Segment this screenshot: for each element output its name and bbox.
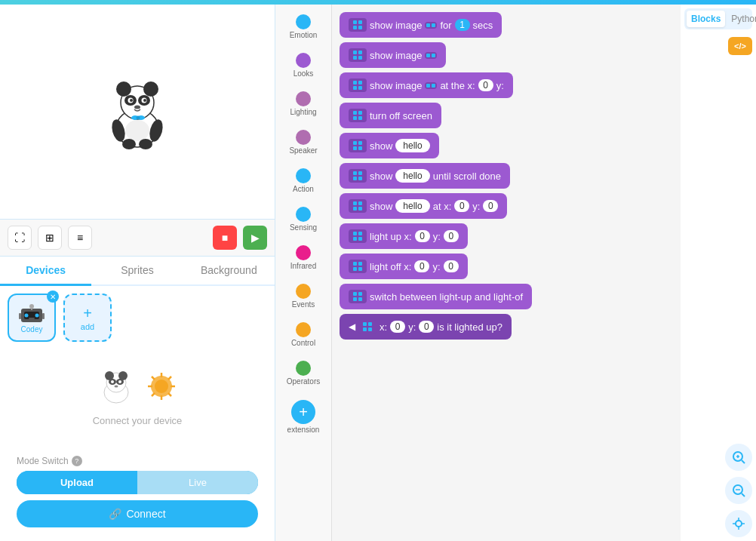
stop-btn[interactable]: ■: [213, 226, 237, 250]
cat-control-label: Control: [291, 339, 315, 347]
svg-point-8: [130, 99, 133, 102]
events-dot: [296, 284, 311, 299]
help-icon[interactable]: ?: [72, 456, 82, 466]
cat-infrared-label: Infrared: [290, 262, 316, 270]
block-is-lighted[interactable]: ◀ x: 0 y: 0 is it lighted up?: [340, 314, 512, 340]
center-icon: [732, 517, 745, 530]
svg-line-44: [168, 393, 171, 396]
preview-controls: ⛶ ⊞ ≡ ■ ▶: [0, 220, 275, 257]
svg-point-10: [134, 106, 140, 109]
blocks-tab[interactable]: Blocks: [687, 11, 725, 27]
block-icon-9: [349, 260, 367, 273]
cat-action-label: Action: [293, 185, 314, 193]
svg-line-43: [152, 377, 155, 380]
cat-operators[interactable]: Operators: [278, 355, 329, 392]
extension-plus-icon[interactable]: +: [291, 400, 315, 424]
block-turn-off-screen[interactable]: turn off screen: [340, 103, 441, 128]
cat-looks[interactable]: Looks: [278, 47, 329, 84]
svg-rect-23: [29, 318, 35, 319]
spacer: [340, 344, 673, 359]
block-show-image[interactable]: show image: [340, 42, 446, 68]
left-panel: ⛶ ⊞ ≡ ■ ▶ Devices Sprites Background ✕: [0, 5, 275, 541]
cat-events-label: Events: [292, 300, 315, 309]
block-show-image-at[interactable]: show image at the x: 0 y:: [340, 72, 513, 98]
small-panda-icon: [96, 366, 137, 407]
action-dot: [296, 168, 311, 183]
left-panel-tabs: Devices Sprites Background: [0, 257, 275, 286]
code-toggle-btn[interactable]: </>: [728, 37, 752, 55]
main-layout: ⛶ ⊞ ≡ ■ ▶ Devices Sprites Background ✕: [0, 5, 756, 541]
cat-speaker[interactable]: Speaker: [278, 124, 329, 161]
live-mode-btn[interactable]: Live: [137, 471, 258, 494]
cat-sensing[interactable]: Sensing: [278, 201, 329, 238]
svg-line-46: [168, 377, 171, 380]
svg-point-2: [116, 81, 131, 97]
image-placeholder-1: [425, 22, 437, 29]
upload-mode-btn[interactable]: Upload: [17, 471, 137, 494]
cat-sensing-label: Sensing: [290, 223, 317, 232]
block-icon-11: [358, 320, 376, 334]
block-switch-light[interactable]: switch between light-up and light-of: [340, 284, 532, 309]
devices-content: ✕ Codey +: [0, 286, 275, 541]
svg-line-50: [742, 460, 745, 463]
list-btn[interactable]: ≡: [68, 226, 92, 250]
block-icon-1: [349, 18, 367, 32]
mode-switch-label: Mode Switch ?: [17, 456, 258, 466]
sun-icon: [145, 370, 179, 404]
tab-devices[interactable]: Devices: [0, 257, 91, 286]
block-icon-4: [349, 109, 367, 122]
block-icon-3: [349, 78, 367, 92]
codey-device-card[interactable]: ✕ Codey: [8, 294, 56, 342]
run-btn[interactable]: ▶: [243, 226, 267, 250]
svg-point-34: [111, 380, 114, 383]
tab-sprites[interactable]: Sprites: [91, 257, 183, 286]
mode-toggle: Upload Live: [17, 471, 258, 494]
python-tab[interactable]: Python: [727, 11, 756, 27]
cat-lighting[interactable]: Lighting: [278, 85, 329, 122]
svg-point-36: [115, 385, 118, 387]
image-placeholder-3: [425, 82, 437, 89]
block-arrow-left: ◀: [349, 321, 355, 332]
svg-point-9: [143, 99, 146, 102]
block-show-at-xy[interactable]: show hello at x: 0 y: 0: [340, 193, 507, 219]
add-device-btn[interactable]: + add: [63, 294, 112, 342]
speaker-dot: [296, 130, 311, 145]
center-btn[interactable]: [725, 510, 752, 537]
cat-infrared[interactable]: Infrared: [278, 239, 329, 276]
codey-label: Codey: [21, 325, 43, 334]
block-light-up[interactable]: light up x: 0 y: 0: [340, 223, 468, 249]
remove-device-btn[interactable]: ✕: [47, 290, 59, 303]
tab-background[interactable]: Background: [183, 257, 275, 286]
image-placeholder-2: [425, 52, 437, 59]
svg-point-22: [35, 313, 39, 317]
control-dot: [296, 322, 311, 337]
zoom-out-icon: [732, 484, 745, 497]
category-panel: Emotion Looks Lighting Speaker Action Se…: [275, 5, 332, 541]
codey-icon: [18, 303, 45, 324]
cat-control[interactable]: Control: [278, 316, 329, 353]
svg-point-35: [118, 380, 121, 383]
svg-point-26: [29, 304, 34, 309]
connect-button[interactable]: 🔗 Connect: [17, 500, 258, 527]
block-show-image-for[interactable]: show image for 1 secs: [340, 12, 502, 38]
svg-line-53: [742, 493, 745, 496]
cat-speaker-label: Speaker: [289, 146, 317, 155]
svg-point-16: [137, 116, 140, 120]
expand-btn[interactable]: ⛶: [8, 226, 32, 250]
grid-btn[interactable]: ⊞: [38, 226, 62, 250]
block-show-until-scroll[interactable]: show hello until scroll done: [340, 163, 510, 189]
block-show-hello[interactable]: show hello: [340, 133, 439, 158]
connect-illustration: [96, 366, 179, 407]
zoom-out-btn[interactable]: [725, 477, 752, 504]
block-light-off[interactable]: light off x: 0 y: 0: [340, 254, 468, 279]
zoom-in-btn[interactable]: [725, 444, 752, 471]
cat-emotion[interactable]: Emotion: [278, 8, 329, 45]
svg-line-45: [152, 393, 155, 396]
cat-action[interactable]: Action: [278, 162, 329, 199]
cat-events[interactable]: Events: [278, 278, 329, 315]
looks-dot: [296, 53, 311, 68]
svg-point-3: [143, 81, 158, 97]
extension-item[interactable]: + extension: [287, 396, 320, 434]
connect-area: Connect your device: [8, 348, 267, 444]
lighting-dot: [296, 91, 311, 106]
